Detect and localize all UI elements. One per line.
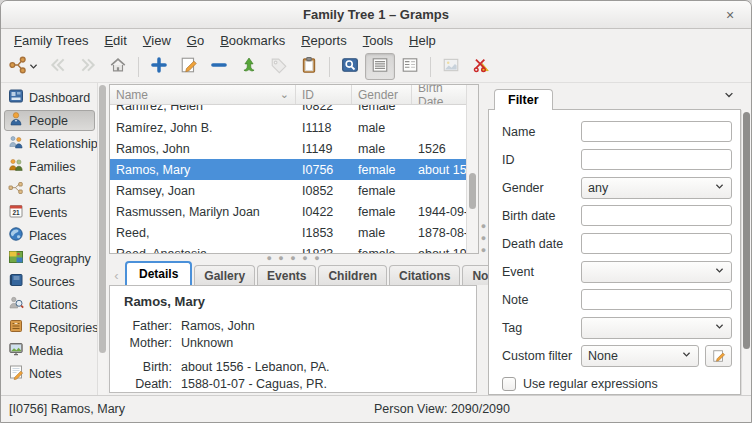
filter-scrollbar-thumb[interactable] (743, 112, 750, 349)
table-row[interactable]: Ramírez, HelenI0822female (110, 105, 466, 117)
filter-gender-select[interactable]: any (581, 177, 732, 199)
filter-collapse-chevron-down-icon[interactable] (723, 87, 735, 105)
tab-events[interactable]: Events (257, 265, 316, 285)
filter-birth-date-input[interactable] (581, 205, 732, 226)
cell-name: Ramos, Mary (110, 163, 296, 177)
table-row[interactable]: Ramos, JohnI1149male1526 (110, 138, 466, 159)
menu-view[interactable]: View (135, 31, 179, 50)
menu-bookmarks[interactable]: Bookmarks (212, 31, 293, 50)
sidebar-item-citations[interactable]: Citations (4, 294, 95, 315)
remove-person-button[interactable] (204, 53, 234, 80)
table-row[interactable]: Ramírez, John B.I1118male (110, 117, 466, 138)
svg-text:21: 21 (12, 209, 20, 216)
table-row[interactable]: Reed,I1853male1878-08-25 (110, 222, 466, 243)
repositories-icon (8, 318, 24, 337)
cell-gender: female (352, 247, 412, 254)
people-table-scrollbar-thumb[interactable] (469, 173, 476, 209)
menu-edit[interactable]: Edit (96, 31, 134, 50)
menu-family-trees[interactable]: Family Trees (6, 31, 96, 50)
tab-scroll-left-icon[interactable]: ‹ (110, 268, 123, 285)
edit-person-button[interactable] (174, 53, 204, 80)
filter-custom-filter-select[interactable]: None (581, 345, 699, 367)
configure-view-button[interactable] (335, 53, 365, 80)
table-row[interactable]: Ramos, MaryI0756femaleabout 1556 (110, 159, 466, 180)
use-regex-checkbox[interactable] (502, 377, 516, 391)
column-header-gender[interactable]: Gender (352, 85, 412, 104)
column-header-id[interactable]: ID (296, 85, 352, 104)
sidebar-item-families[interactable]: Families (4, 156, 95, 177)
menu-go[interactable]: Go (179, 31, 212, 50)
tab-citations[interactable]: Citations (389, 265, 460, 285)
sidebar-item-notes[interactable]: Notes (4, 363, 95, 384)
filter-death-date-input[interactable] (581, 233, 732, 254)
grouped-view-icon (401, 56, 419, 78)
table-row[interactable]: Reed, AnastasiaI1823femaleabout 1914 (110, 243, 466, 253)
filter-name-input[interactable] (581, 121, 732, 142)
filter-splitter-handle[interactable]: ●●● (479, 83, 488, 395)
tab-details[interactable]: Details (125, 261, 192, 285)
home-button[interactable] (103, 53, 133, 80)
menu-reports[interactable]: Reports (293, 31, 355, 50)
toolbar-separator (138, 57, 139, 77)
clipboard-icon (300, 56, 318, 78)
tools-button[interactable] (466, 53, 496, 80)
sidebar-item-label: Citations (29, 298, 78, 312)
sidebar-item-events[interactable]: 21Events (4, 202, 95, 223)
sidebar-item-people[interactable]: People (4, 110, 95, 131)
menu-help[interactable]: Help (401, 31, 444, 50)
filter-label: Custom filter (502, 349, 575, 363)
sidebar-item-dashboard[interactable]: Dashboard (4, 87, 95, 108)
sidebar-item-label: Media (29, 344, 63, 358)
sidebar-item-relationships[interactable]: Relationships (4, 133, 95, 154)
details-person-name: Ramos, Mary (124, 294, 466, 309)
sidebar-scrollbar-thumb[interactable] (99, 85, 106, 353)
people-table-scrollbar[interactable] (466, 85, 478, 253)
chevron-down-icon (714, 321, 725, 335)
back-button (43, 53, 73, 80)
merge-button[interactable] (234, 53, 264, 80)
sidebar-item-geography[interactable]: Geography (4, 248, 95, 269)
add-icon (150, 56, 168, 78)
column-header-label: ID (302, 88, 314, 102)
sidebar-item-charts[interactable]: Charts (4, 179, 95, 200)
table-row[interactable]: Ramsey, JoanI0852female (110, 180, 466, 201)
family-trees-button[interactable] (5, 53, 43, 80)
sidebar-scrollbar[interactable] (97, 83, 107, 395)
sidebar-item-repositories[interactable]: Repositories (4, 317, 95, 338)
column-header-name[interactable]: Name⌄ (110, 85, 296, 104)
menu-tools[interactable]: Tools (355, 31, 401, 50)
filter-event-select[interactable] (581, 261, 732, 283)
sidebar-item-label: Notes (29, 367, 62, 381)
filter-row-note: Note (502, 288, 732, 311)
filter-id-input[interactable] (581, 149, 732, 170)
tab-children[interactable]: Children (318, 265, 387, 285)
filter-tab[interactable]: Filter (494, 89, 553, 110)
grouped-view-button[interactable] (395, 53, 425, 80)
filter-row-death-date: Death date (502, 232, 732, 255)
clipboard-button[interactable] (294, 53, 324, 80)
menubar: Family TreesEditViewGoBookmarksReportsTo… (1, 29, 751, 51)
tag-button (264, 53, 294, 80)
filter-row-id: ID (502, 148, 732, 171)
pane-splitter-handle[interactable]: ● ● ● ● ● (109, 254, 479, 261)
sidebar-item-label: Events (29, 206, 67, 220)
sidebar-item-label: Sources (29, 275, 75, 289)
chevron-down-icon (714, 265, 725, 279)
details-label: Mother: (120, 335, 172, 352)
table-row[interactable]: Rasmussen, Marilyn JoanI0422female1944-0… (110, 201, 466, 222)
close-button[interactable]: × (721, 6, 739, 24)
add-person-button[interactable] (144, 53, 174, 80)
filter-tag-select[interactable] (581, 317, 732, 339)
filter-scrollbar[interactable] (741, 110, 751, 395)
sidebar-item-sources[interactable]: Sources (4, 271, 95, 292)
sidebar-item-places[interactable]: Places (4, 225, 95, 246)
custom-filter-edit-button[interactable] (705, 345, 732, 367)
sidebar-item-media[interactable]: Media (4, 340, 95, 361)
select-value: any (588, 181, 608, 195)
tab-gallery[interactable]: Gallery (194, 265, 255, 285)
citations-icon (8, 295, 24, 314)
home-icon (109, 56, 127, 78)
list-view-button[interactable] (365, 53, 395, 80)
column-header-birth-date[interactable]: Birth Date (412, 85, 466, 104)
filter-note-input[interactable] (581, 289, 732, 310)
